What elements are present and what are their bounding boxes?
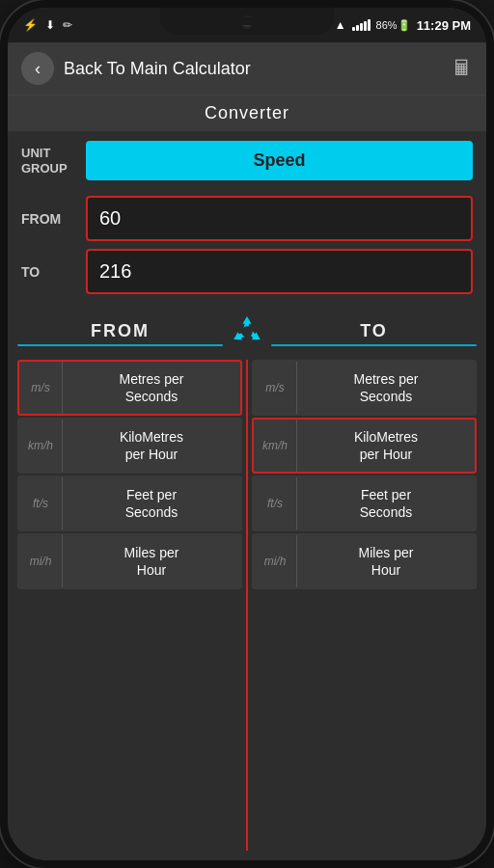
unit-abbr: m/s: [254, 381, 296, 394]
from-label: FROM: [21, 211, 74, 227]
unit-name: Metres perSeconds: [63, 365, 240, 411]
unit-group-label: UNITGROUP: [21, 146, 74, 176]
unit-abbr: ft/s: [19, 497, 62, 510]
from-row: FROM: [21, 196, 473, 241]
from-unit-column: m/s Metres perSeconds km/h KiloMetresper…: [17, 360, 242, 851]
status-icons-right: ✱ ▲ 86%🔋 11:29 PM: [319, 18, 471, 33]
from-column-header: FROM: [17, 321, 223, 346]
unit-group-row: UNITGROUP Speed: [8, 131, 486, 190]
download-icon: ⬇: [45, 18, 55, 32]
from-input[interactable]: [86, 196, 473, 241]
unit-abbr: km/h: [254, 439, 296, 452]
unit-name: Feet perSeconds: [297, 480, 475, 527]
to-unit-item[interactable]: ft/s Feet perSeconds: [252, 475, 477, 531]
columns-area: FROM .ri{fill:#00ccee} TO: [8, 308, 486, 860]
unit-group-button[interactable]: Speed: [86, 141, 473, 180]
from-unit-item[interactable]: km/h KiloMetresper Hour: [17, 418, 242, 474]
converter-title: Converter: [205, 103, 289, 122]
to-label: TO: [21, 264, 74, 280]
column-divider: [246, 360, 248, 851]
input-section: FROM TO: [8, 190, 486, 308]
converter-title-bar: Converter: [8, 95, 486, 131]
unit-abbr: m/s: [19, 381, 62, 394]
status-time: 11:29 PM: [417, 18, 471, 33]
column-headers: FROM .ri{fill:#00ccee} TO: [17, 308, 477, 360]
to-column-header: TO: [271, 321, 477, 346]
battery-percent: 86%: [376, 19, 398, 31]
signal-icon: [352, 19, 370, 31]
svg-point-0: [241, 326, 252, 337]
unit-name: Feet perSeconds: [63, 480, 240, 527]
unit-name: Metres perSeconds: [297, 365, 475, 411]
unit-name: Miles perHour: [63, 538, 240, 584]
status-icons-left: ⚡ ⬇ ✏: [23, 18, 72, 32]
to-unit-item[interactable]: m/s Metres perSeconds: [252, 360, 477, 416]
wifi-icon: ▲: [335, 18, 346, 32]
usb-icon: ⚡: [23, 18, 38, 32]
edit-icon: ✏: [63, 18, 72, 32]
to-unit-item[interactable]: mi/h Miles perHour: [252, 533, 477, 589]
from-unit-item[interactable]: m/s Metres perSeconds: [17, 360, 242, 416]
calculator-icon: 🖩: [452, 56, 473, 81]
unit-columns: m/s Metres perSeconds km/h KiloMetresper…: [17, 360, 477, 851]
to-unit-item[interactable]: km/h KiloMetresper Hour: [252, 418, 477, 474]
top-nav: ‹ Back To Main Calculator 🖩: [8, 42, 486, 95]
from-unit-item[interactable]: mi/h Miles perHour: [17, 533, 242, 589]
to-row: TO: [21, 249, 473, 294]
unit-abbr: mi/h: [19, 555, 62, 568]
unit-abbr: km/h: [19, 439, 62, 452]
unit-abbr: mi/h: [254, 555, 296, 568]
to-unit-column: m/s Metres perSeconds km/h KiloMetresper…: [252, 360, 477, 851]
from-unit-item[interactable]: ft/s Feet perSeconds: [17, 475, 242, 531]
unit-name: KiloMetresper Hour: [297, 422, 475, 469]
to-input[interactable]: [86, 249, 473, 294]
recycle-icon: .ri{fill:#00ccee}: [223, 313, 271, 354]
unit-name: KiloMetresper Hour: [63, 422, 240, 469]
nav-title: Back To Main Calculator: [64, 59, 442, 79]
bluetooth-icon: ✱: [319, 18, 329, 32]
unit-name: Miles perHour: [297, 538, 475, 584]
unit-abbr: ft/s: [254, 497, 296, 510]
back-button[interactable]: ‹: [21, 52, 54, 85]
battery-icon: 86%🔋: [376, 19, 411, 32]
